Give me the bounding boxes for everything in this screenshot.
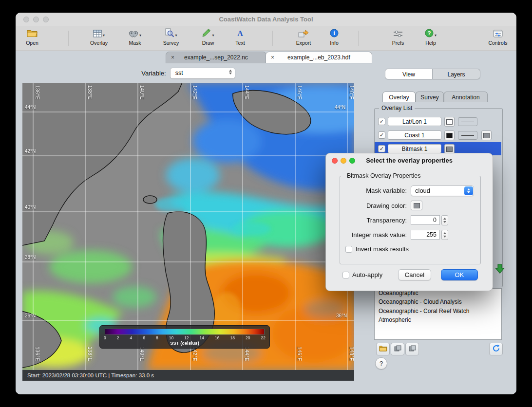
invert-mask-label: Invert mask results (356, 245, 409, 253)
line-style-sample (461, 135, 474, 136)
overlay-visibility-checkbox[interactable]: ✓ (378, 145, 385, 152)
colorbar-gradient (105, 329, 265, 335)
line-style-selector[interactable] (458, 131, 477, 140)
toolbar-label: Text (225, 40, 256, 46)
ok-button[interactable]: OK (441, 269, 478, 280)
lat-grid-label: 42°N (25, 148, 36, 154)
mask-button[interactable]: ▾ Mask (119, 28, 151, 46)
toolbar-label: Prefs (382, 40, 414, 46)
cancel-button[interactable]: Cancel (398, 269, 431, 280)
tab-close-icon[interactable]: × (271, 52, 274, 63)
lat-grid-label: 36°N (336, 313, 347, 318)
controls-button[interactable]: Controls (482, 28, 513, 46)
auto-apply-checkbox[interactable] (342, 272, 349, 278)
map-panel: 136°E 138°E 140°E 142°E 144°E 146°E 148°… (22, 83, 354, 381)
file-tab-sep-2022[interactable]: × example_...sep_2022.nc (166, 52, 266, 63)
color-sample (446, 147, 453, 152)
refresh-icon (492, 344, 500, 354)
overlay-fill-swatch[interactable] (481, 130, 492, 140)
text-icon: A (236, 29, 245, 39)
help-button[interactable]: ?▾ Help (415, 28, 446, 46)
file-tab-feb-2023[interactable]: × example_...eb_2023.hdf (266, 52, 372, 63)
prefs-sliders-icon (393, 30, 403, 39)
colorbar-tick: 16 (215, 335, 219, 340)
integer-mask-field[interactable] (411, 230, 440, 240)
invert-mask-checkbox[interactable] (345, 246, 352, 253)
lon-grid-label: 138°E (87, 347, 93, 361)
tab-annotation[interactable]: Annotation (444, 92, 488, 102)
green-down-arrow-icon (494, 268, 506, 276)
lon-grid-label: 146°E (297, 347, 302, 361)
lat-grid-label: 40°N (25, 204, 36, 210)
add-overlay-arrow-button[interactable] (494, 263, 506, 277)
color-sample (446, 133, 453, 138)
dialog-title: Select the overlay properties (326, 153, 493, 168)
overlay-color-swatch[interactable] (444, 144, 455, 154)
main-window: CoastWatch Data Analysis Tool Open ▾ Ove… (16, 13, 516, 394)
lon-grid-label: 142°E (192, 347, 197, 361)
controls-window-icon (493, 30, 503, 39)
transparency-field[interactable] (411, 215, 440, 225)
map-image[interactable]: 136°E 138°E 140°E 142°E 144°E 146°E 148°… (22, 83, 354, 370)
overlay-name-field[interactable] (388, 144, 441, 153)
overlay-button[interactable]: ▾ Overlay (83, 28, 114, 46)
dropdown-caret: ▾ (435, 33, 437, 38)
window-title: CoastWatch Data Analysis Tool (16, 13, 516, 26)
panel-help-button[interactable]: ? (375, 357, 387, 370)
toolbar-label: Open (17, 40, 48, 46)
list-item[interactable]: Oceanographic - Cloud Analysis (375, 298, 501, 307)
export-button[interactable]: Export (288, 28, 319, 46)
survey-button[interactable]: ▾ Survey (155, 28, 187, 46)
overlay-visibility-checkbox[interactable]: ✓ (378, 118, 385, 125)
prefs-button[interactable]: Prefs (382, 28, 414, 46)
tab-close-icon[interactable]: × (171, 52, 174, 63)
mask-variable-combobox[interactable]: cloud (411, 185, 474, 196)
colorbar-tick: 14 (200, 335, 204, 340)
toolbar-label: Mask (119, 40, 151, 46)
drawing-color-swatch[interactable] (411, 201, 422, 210)
color-sample (483, 133, 490, 138)
svg-text:?: ? (427, 30, 431, 36)
colorbar-legend: 0 2 4 6 8 10 12 14 16 18 20 22 SST (cels… (99, 325, 270, 349)
overlay-visibility-checkbox[interactable]: ✓ (378, 131, 385, 139)
transparency-stepper[interactable] (441, 215, 448, 225)
colorbar-tick: 20 (246, 335, 250, 340)
layers-tab-button[interactable]: Layers (433, 69, 480, 79)
toolbar-label: Info (319, 40, 350, 46)
overlay-color-swatch[interactable] (444, 130, 455, 140)
list-item[interactable]: Oceanographic - Coral Reef Watch (375, 307, 501, 316)
tab-label: example_...eb_2023.hdf (287, 54, 350, 61)
variable-combobox[interactable]: sst (170, 68, 235, 79)
lat-grid-label: 36°N (25, 313, 36, 318)
merge-layers-button[interactable] (405, 343, 419, 355)
refresh-button[interactable] (489, 343, 503, 355)
overlay-color-swatch[interactable] (444, 117, 455, 127)
overlay-name-field[interactable] (388, 117, 441, 126)
overlay-name-field[interactable] (388, 130, 441, 140)
lon-grid-label: 140°E (139, 347, 145, 361)
integer-mask-stepper[interactable] (441, 230, 448, 240)
window-titlebar[interactable]: CoastWatch Data Analysis Tool (16, 13, 516, 27)
overlay-list-title: Overlay List (379, 105, 415, 111)
colorbar-tick: 0 (104, 335, 106, 340)
data-source-list[interactable]: Oceanographic Oceanographic - Cloud Anal… (374, 288, 502, 340)
open-source-folder-button[interactable] (376, 343, 390, 355)
toolbar-label: Overlay (83, 40, 114, 46)
colorbar-tick: 10 (169, 335, 173, 340)
info-button[interactable]: i Info (319, 28, 350, 46)
tab-overlay[interactable]: Overlay (382, 92, 416, 102)
variable-label: Variable: (141, 70, 166, 77)
tab-survey[interactable]: Survey (416, 92, 444, 102)
list-item[interactable]: Atmospheric (375, 316, 501, 325)
line-style-selector[interactable] (458, 117, 477, 126)
draw-button[interactable]: ▾ Draw (192, 28, 224, 46)
composite-layers-button[interactable] (391, 343, 404, 355)
text-button[interactable]: A Text (225, 28, 256, 46)
view-tab-button[interactable]: View (385, 69, 433, 79)
dropdown-caret: ▾ (212, 33, 214, 38)
open-button[interactable]: Open (17, 28, 48, 46)
survey-magnifier-icon (165, 28, 174, 39)
toolbar-separator (465, 31, 465, 46)
toolbar-separator (272, 31, 273, 46)
open-folder-icon (27, 29, 38, 39)
